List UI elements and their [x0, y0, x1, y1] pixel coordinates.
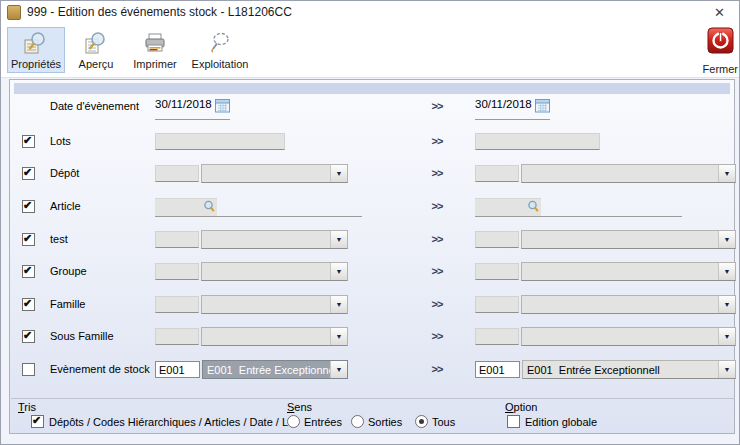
preview-button[interactable]: Aperçu — [71, 27, 121, 73]
code-input[interactable] — [155, 263, 199, 280]
sens-group-label: Sens — [287, 401, 312, 413]
date-field[interactable]: 30/11/2018 — [475, 98, 550, 120]
row-label: Famille — [50, 298, 85, 310]
event-dropdown[interactable]: E001 Entrée Exceptionnell▼ — [202, 360, 348, 379]
row-lots: Lots >> — [10, 129, 736, 155]
checkbox[interactable] — [22, 167, 35, 180]
row-label: Groupe — [50, 265, 87, 277]
date-field[interactable]: 30/11/2018 — [155, 98, 230, 120]
search-icon[interactable] — [203, 200, 216, 213]
article-lookup-field[interactable] — [155, 196, 362, 217]
properties-magnifier-icon — [23, 30, 49, 56]
calendar-icon[interactable] — [535, 98, 550, 117]
sous-famille-dropdown[interactable]: ▼ — [521, 327, 736, 346]
row-sous-famille: Sous Famille ▼ >> ▼ — [10, 324, 736, 350]
exploitation-lasso-icon — [207, 30, 233, 56]
famille-dropdown[interactable]: ▼ — [201, 295, 348, 314]
preview-magnifier-icon — [83, 30, 109, 56]
row-label: Article — [50, 200, 81, 212]
title-bar: 999 - Edition des événements stock - L18… — [1, 1, 740, 23]
mirror-separator: >> — [427, 100, 447, 112]
radio-entrees[interactable] — [287, 415, 300, 428]
code-input[interactable] — [475, 328, 519, 345]
dropdown-value: E001 Entrée Exceptionnell — [203, 364, 330, 376]
tris-checkbox[interactable] — [31, 415, 44, 428]
chevron-down-icon: ▼ — [330, 361, 347, 378]
checkbox[interactable] — [22, 298, 35, 311]
app-icon — [7, 5, 21, 20]
exploitation-button-label: Exploitation — [192, 58, 249, 70]
radio-sorties[interactable] — [351, 415, 364, 428]
print-button-label: Imprimer — [133, 58, 176, 70]
test-dropdown[interactable]: ▼ — [521, 230, 736, 249]
code-input[interactable] — [155, 165, 199, 182]
depot-dropdown[interactable]: ▼ — [201, 164, 348, 183]
checkbox[interactable] — [22, 200, 35, 213]
row-date: Date d'évènement 30/11/2018 >> 30/11/201… — [10, 94, 736, 120]
code-input[interactable] — [475, 263, 519, 280]
mirror-separator: >> — [427, 298, 447, 310]
code-input[interactable] — [155, 296, 199, 313]
option-group-label: Option — [505, 401, 537, 413]
close-button[interactable]: Fermer — [703, 27, 738, 75]
date-value: 30/11/2018 — [475, 98, 532, 110]
chevron-down-icon: ▼ — [330, 165, 347, 182]
row-label: Date d'évènement — [50, 100, 139, 112]
row-groupe: Groupe ▼ >> ▼ — [10, 259, 736, 285]
checkbox[interactable] — [22, 265, 35, 278]
checkbox[interactable] — [22, 233, 35, 246]
code-input[interactable] — [155, 231, 199, 248]
checkbox[interactable] — [22, 330, 35, 343]
chevron-down-icon: ▼ — [330, 328, 347, 345]
calendar-icon[interactable] — [215, 98, 230, 117]
code-input[interactable] — [475, 296, 519, 313]
checkbox[interactable] — [22, 363, 35, 376]
preview-button-label: Aperçu — [79, 58, 114, 70]
mirror-separator: >> — [427, 167, 447, 179]
row-depot: Dépôt ▼ >> ▼ — [10, 161, 736, 187]
row-label: Dépôt — [50, 167, 79, 179]
row-article: Article >> — [10, 194, 736, 220]
properties-button[interactable]: Propriétés — [7, 27, 65, 73]
chevron-down-icon: ▼ — [330, 296, 347, 313]
tris-group-label: Tris — [18, 401, 36, 413]
row-label: test — [50, 233, 68, 245]
mirror-separator: >> — [427, 135, 447, 147]
window-close-icon[interactable]: ✕ — [708, 3, 731, 22]
lots-input[interactable] — [155, 133, 285, 150]
famille-dropdown[interactable]: ▼ — [521, 295, 736, 314]
filter-panel: Date d'évènement 30/11/2018 >> 30/11/201… — [9, 79, 735, 434]
dropdown-value: E001 Entrée Exceptionnell — [523, 364, 718, 376]
date-value: 30/11/2018 — [155, 98, 212, 110]
print-button[interactable]: Imprimer — [127, 27, 183, 73]
groupe-dropdown[interactable]: ▼ — [201, 262, 348, 281]
checkbox[interactable] — [22, 135, 35, 148]
code-input[interactable] — [475, 231, 519, 248]
event-code-input[interactable]: E001 — [155, 361, 200, 378]
chevron-down-icon: ▼ — [718, 328, 735, 345]
edition-globale-checkbox[interactable] — [507, 415, 520, 428]
search-icon[interactable] — [527, 200, 540, 213]
toolbar: Propriétés Aperçu — [1, 23, 740, 78]
radio-tous[interactable] — [415, 415, 428, 428]
row-label: Evènement de stock — [50, 363, 150, 375]
dialog-window: 999 - Edition des événements stock - L18… — [0, 0, 740, 445]
article-lookup-field[interactable] — [475, 196, 682, 217]
radio-tous-label: Tous — [432, 416, 455, 428]
test-dropdown[interactable]: ▼ — [201, 230, 348, 249]
chevron-down-icon: ▼ — [718, 263, 735, 280]
row-evenement-stock: Evènement de stock E001 E001 Entrée Exce… — [10, 357, 736, 383]
mirror-separator: >> — [427, 265, 447, 277]
properties-button-label: Propriétés — [11, 58, 61, 70]
chevron-down-icon: ▼ — [718, 361, 735, 378]
depot-dropdown[interactable]: ▼ — [521, 164, 736, 183]
exploitation-button[interactable]: Exploitation — [187, 27, 253, 73]
radio-entrees-label: Entrées — [304, 416, 342, 428]
event-code-input[interactable]: E001 — [475, 361, 520, 378]
lots-input[interactable] — [475, 133, 600, 150]
sous-famille-dropdown[interactable]: ▼ — [201, 327, 348, 346]
code-input[interactable] — [155, 328, 199, 345]
code-input[interactable] — [475, 165, 519, 182]
groupe-dropdown[interactable]: ▼ — [521, 262, 736, 281]
event-dropdown[interactable]: E001 Entrée Exceptionnell▼ — [522, 360, 736, 379]
